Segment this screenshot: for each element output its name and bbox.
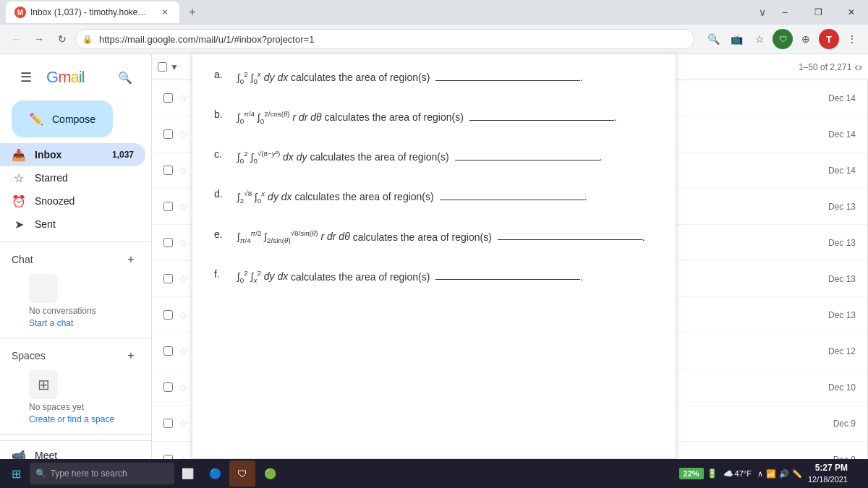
hamburger-menu-button[interactable]: ☰ [12,63,41,92]
email-checkbox-2[interactable] [163,166,173,175]
new-space-button[interactable]: + [122,347,140,364]
clock-time: 5:27 PM [808,462,848,474]
star-icon-4[interactable]: ☆ [179,237,188,249]
battery-percentage: 22% [679,468,704,479]
minimize-button[interactable]: – [768,0,801,25]
email-checkbox-0[interactable] [163,93,173,103]
no-spaces-text: No spaces yet [29,402,140,412]
battery-icon: 🔋 [707,468,718,479]
cast-button[interactable]: 📺 [726,29,746,49]
answer-blank-c[interactable] [455,160,600,160]
reload-button[interactable]: ↻ [52,29,72,49]
notification-button[interactable] [854,461,865,487]
profile-button[interactable]: T [819,29,839,49]
tab-close-button[interactable]: ✕ [159,7,171,18]
answer-blank-b[interactable] [469,120,614,121]
star-icon-0[interactable]: ☆ [179,93,188,104]
search-button[interactable]: 🔍 [111,63,140,92]
active-tab[interactable]: M Inbox (1,037) - timothy.hoke@p... ✕ [6,1,179,23]
taskbar-chrome-button[interactable]: 🟢 [257,461,283,487]
star-icon-2[interactable]: ☆ [179,165,188,176]
email-date-8: Dec 10 [828,382,856,393]
temperature: 47°F [735,469,752,478]
email-checkbox-1[interactable] [163,129,173,139]
integral-c: ∫02 ∫0√(8−y²) dx dy [237,151,310,163]
email-date-6: Dec 13 [828,310,856,320]
star-icon-6[interactable]: ☆ [179,309,188,321]
compose-icon: ✏️ [29,112,43,126]
taskbar-browser-button[interactable]: 🔵 [202,461,228,487]
new-chat-button[interactable]: + [122,251,140,268]
gmail-header: ☰ Gmail 🔍 [0,60,151,95]
compose-button[interactable]: ✏️ Compose [12,100,113,137]
restore-button[interactable]: ❐ [801,0,835,25]
taskbar-search-button[interactable]: 🔍 [30,461,173,487]
star-icon-7[interactable]: ☆ [179,346,188,357]
chevron-down-icon[interactable]: ∨ [757,0,768,25]
star-icon-9[interactable]: ☆ [179,418,188,429]
taskbar-search-area[interactable]: 🔍 [30,463,174,484]
extension-1-button[interactable]: 🛡 [773,29,793,49]
more-button[interactable]: ⋮ [842,29,862,49]
email-checkbox-4[interactable] [163,238,173,247]
email-checkbox-8[interactable] [163,382,173,392]
search-browser-button[interactable]: 🔍 [703,29,723,49]
address-bar[interactable] [75,29,694,49]
bookmark-button[interactable]: ☆ [749,29,770,49]
new-tab-button[interactable]: + [182,2,203,22]
problem-text-f: ∫02 ∫x2 dy dx calculates the area of reg… [237,268,583,286]
forward-button[interactable]: → [29,29,49,49]
taskbar-taskview-button[interactable]: ⬜ [174,461,200,487]
select-all-checkbox[interactable] [158,62,167,72]
volume-icon[interactable]: 🔊 [779,469,789,479]
sidebar-divider-1 [0,241,151,242]
email-checkbox-5[interactable] [163,274,173,283]
chat-section-header: Chat + [0,248,151,271]
taskbar-search-input[interactable] [51,468,166,479]
calc-text-a: calculates the area of region(s) [291,72,433,83]
math-problem-d: d. ∫2√8 ∫0x dy dx calculates the area of… [214,188,654,206]
extension-2-button[interactable]: ⊕ [796,29,816,49]
pen-icon[interactable]: ✏️ [792,469,802,479]
star-icon-5[interactable]: ☆ [179,273,188,285]
taskbar-clock[interactable]: 5:27 PM 12/18/2021 [808,462,848,485]
star-icon-8[interactable]: ☆ [179,382,188,393]
select-dropdown-arrow[interactable]: ▼ [170,62,179,72]
tab-title: Inbox (1,037) - timothy.hoke@p... [30,7,155,17]
snoozed-label: Snoozed [35,195,134,207]
spaces-placeholder-icon: ⊞ [29,370,58,399]
inbox-count: 1,037 [112,150,134,160]
problem-label-e: e. [214,228,229,240]
email-date-1: Dec 14 [828,129,856,140]
inbox-label: Inbox [35,149,103,160]
spaces-area: ⊞ No spaces yet Create or find a space [0,367,151,428]
back-button[interactable]: ← [6,29,26,49]
lock-icon: 🔒 [82,35,93,44]
answer-blank-a[interactable] [435,80,580,81]
chevron-up-icon[interactable]: ∧ [757,469,763,479]
answer-blank-e[interactable] [498,239,642,240]
star-icon-3[interactable]: ☆ [179,201,188,213]
integral-e: ∫π/4π/2 ∫2/sin(θ)√8/sin(θ) r dr dθ [237,231,353,242]
close-button[interactable]: ✕ [835,0,868,25]
email-checkbox-6[interactable] [163,310,173,320]
taskbar-shield-button[interactable]: 🛡 [229,461,255,487]
sidebar-item-sent[interactable]: ➤ Sent [0,213,145,236]
create-find-space-link[interactable]: Create or find a space [29,414,114,424]
email-checkbox-9[interactable] [163,419,173,428]
next-page-button[interactable]: › [859,61,862,74]
star-icon-1[interactable]: ☆ [179,129,188,140]
math-problem-e: e. ∫π/4π/2 ∫2/sin(θ)√8/sin(θ) r dr dθ ca… [214,228,654,247]
sidebar-item-snoozed[interactable]: ⏰ Snoozed [0,189,145,213]
sidebar-item-inbox[interactable]: 📥 Inbox 1,037 [0,143,145,166]
sidebar-item-starred[interactable]: ☆ Starred [0,166,145,189]
email-checkbox-7[interactable] [163,346,173,356]
inbox-icon: 📥 [12,148,26,162]
math-problem-b: b. ∫0π/4 ∫02/cos(θ) r dr dθ calculates t… [214,108,654,127]
answer-blank-f[interactable] [435,279,580,280]
email-checkbox-3[interactable] [163,202,173,211]
start-button[interactable]: ⊞ [3,461,29,487]
start-chat-link[interactable]: Start a chat [29,318,73,328]
system-tray: ∧ 📶 🔊 ✏️ [757,469,802,479]
answer-blank-d[interactable] [440,200,584,200]
